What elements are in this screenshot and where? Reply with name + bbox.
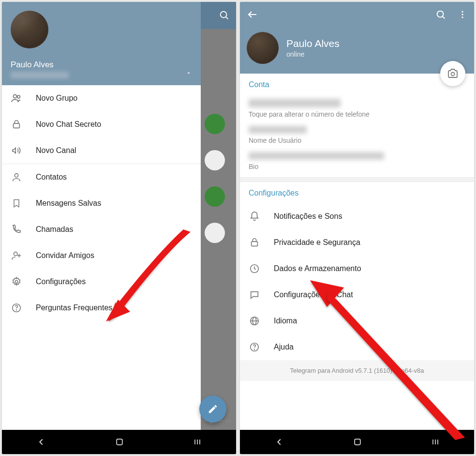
menu-invite-friends[interactable]: Convidar Amigos bbox=[2, 243, 201, 269]
svg-rect-24 bbox=[252, 242, 258, 246]
setting-chat[interactable]: Configurações de Chat bbox=[240, 282, 474, 308]
menu-label: Contatos bbox=[36, 173, 67, 182]
field-hint: Toque para alterar o número de telefone bbox=[249, 110, 465, 118]
account-switcher-toggle[interactable] bbox=[185, 70, 192, 76]
phone-icon bbox=[11, 224, 22, 235]
svg-point-2 bbox=[14, 95, 17, 98]
svg-point-18 bbox=[437, 11, 444, 17]
nav-back-icon[interactable] bbox=[274, 437, 284, 447]
svg-point-22 bbox=[461, 16, 463, 18]
field-phone[interactable]: Toque para alterar o número de telefone bbox=[249, 95, 465, 122]
nav-recents-icon[interactable] bbox=[431, 437, 440, 447]
setting-label: Ajuda bbox=[274, 343, 294, 351]
version-text: Telegram para Android v5.7.1 (1610) arm6… bbox=[240, 360, 474, 381]
section-title-account: Conta bbox=[249, 80, 465, 89]
svg-point-5 bbox=[15, 174, 18, 177]
more-icon[interactable] bbox=[458, 9, 467, 20]
field-hint: Bio bbox=[249, 163, 465, 170]
search-icon[interactable] bbox=[435, 9, 446, 20]
setting-data-storage[interactable]: Dados e Armazenamento bbox=[240, 256, 474, 282]
profile-name: Paulo Alves bbox=[286, 38, 340, 49]
bookmark-icon bbox=[11, 198, 22, 209]
drawer-header: Paulo Alves bbox=[2, 2, 201, 85]
svg-point-0 bbox=[221, 12, 227, 18]
data-icon bbox=[249, 263, 260, 274]
setting-help[interactable]: Ajuda bbox=[240, 334, 474, 360]
menu-new-group[interactable]: Novo Grupo bbox=[2, 85, 201, 111]
svg-point-30 bbox=[254, 349, 255, 350]
bell-icon bbox=[249, 211, 260, 222]
menu-saved-messages[interactable]: Mensagens Salvas bbox=[2, 190, 201, 216]
menu-new-channel[interactable]: Novo Canal bbox=[2, 137, 201, 164]
field-bio[interactable]: Bio bbox=[249, 148, 465, 174]
menu-faq[interactable]: Perguntas Frequentes bbox=[2, 295, 201, 321]
menu-calls[interactable]: Chamadas bbox=[2, 216, 201, 243]
person-icon bbox=[11, 171, 22, 183]
avatar[interactable] bbox=[11, 11, 48, 48]
help-icon bbox=[11, 302, 22, 314]
setting-notifications[interactable]: Notificações e Sons bbox=[240, 203, 474, 229]
svg-rect-12 bbox=[117, 439, 122, 445]
compose-fab[interactable] bbox=[199, 395, 226, 423]
menu-label: Convidar Amigos bbox=[36, 251, 94, 260]
menu-label: Chamadas bbox=[36, 225, 73, 234]
drawer-menu: Novo Grupo Novo Chat Secreto Novo Canal … bbox=[2, 85, 201, 430]
section-title-settings: Configurações bbox=[249, 189, 465, 198]
android-navbar bbox=[2, 430, 236, 454]
menu-label: Mensagens Salvas bbox=[36, 199, 101, 208]
svg-point-23 bbox=[451, 73, 455, 76]
menu-label: Configurações bbox=[36, 277, 86, 286]
megaphone-icon bbox=[11, 145, 22, 156]
setting-label: Configurações de Chat bbox=[274, 290, 353, 299]
android-navbar bbox=[240, 430, 474, 454]
back-button[interactable] bbox=[247, 9, 258, 20]
settings-header: Paulo Alves online bbox=[240, 2, 474, 74]
svg-rect-31 bbox=[355, 439, 360, 445]
settings-body[interactable]: Conta Toque para alterar o número de tel… bbox=[240, 74, 474, 430]
change-photo-fab[interactable] bbox=[440, 61, 465, 86]
svg-point-9 bbox=[15, 280, 18, 283]
field-username[interactable]: Nome de Usuário bbox=[249, 122, 465, 148]
help-icon bbox=[249, 341, 260, 353]
svg-point-11 bbox=[16, 310, 17, 310]
nav-recents-icon[interactable] bbox=[193, 437, 202, 447]
svg-point-21 bbox=[461, 14, 463, 15]
menu-label: Novo Canal bbox=[36, 146, 76, 155]
lock-icon bbox=[11, 119, 22, 130]
chat-list-underlay bbox=[201, 2, 236, 430]
chat-underlay-header bbox=[201, 2, 236, 29]
menu-label: Novo Chat Secreto bbox=[36, 120, 101, 129]
svg-line-19 bbox=[443, 16, 445, 19]
svg-point-3 bbox=[17, 95, 20, 98]
gear-icon bbox=[11, 276, 22, 288]
phone-value-blurred bbox=[249, 99, 341, 107]
drawer-user-phone-blurred bbox=[11, 72, 69, 78]
setting-label: Notificações e Sons bbox=[274, 212, 342, 221]
people-icon bbox=[11, 92, 22, 104]
svg-line-1 bbox=[226, 17, 228, 19]
nav-home-icon[interactable] bbox=[353, 437, 362, 447]
svg-rect-4 bbox=[14, 123, 20, 128]
menu-label: Novo Grupo bbox=[36, 94, 77, 103]
globe-icon bbox=[249, 315, 260, 327]
username-value-blurred bbox=[249, 126, 307, 134]
chat-icon bbox=[249, 289, 260, 301]
setting-label: Privacidade e Segurança bbox=[274, 238, 360, 247]
svg-point-6 bbox=[14, 252, 17, 256]
menu-label: Perguntas Frequentes bbox=[36, 304, 112, 312]
nav-back-icon[interactable] bbox=[36, 437, 46, 447]
menu-new-secret-chat[interactable]: Novo Chat Secreto bbox=[2, 111, 201, 137]
nav-home-icon[interactable] bbox=[115, 437, 124, 447]
menu-contacts[interactable]: Contatos bbox=[2, 164, 201, 190]
setting-label: Dados e Armazenamento bbox=[274, 264, 361, 273]
drawer-user-name: Paulo Alves bbox=[11, 60, 192, 70]
profile-status: online bbox=[286, 50, 340, 58]
svg-point-20 bbox=[461, 11, 463, 13]
menu-settings[interactable]: Configurações bbox=[2, 269, 201, 295]
add-user-icon bbox=[11, 250, 22, 261]
avatar[interactable] bbox=[247, 32, 279, 64]
field-hint: Nome de Usuário bbox=[249, 137, 465, 144]
setting-privacy[interactable]: Privacidade e Segurança bbox=[240, 229, 474, 256]
setting-language[interactable]: Idioma bbox=[240, 308, 474, 334]
phone-left-drawer: elegra... Paulo Alves Novo Grupo Novo Ch… bbox=[2, 2, 236, 454]
